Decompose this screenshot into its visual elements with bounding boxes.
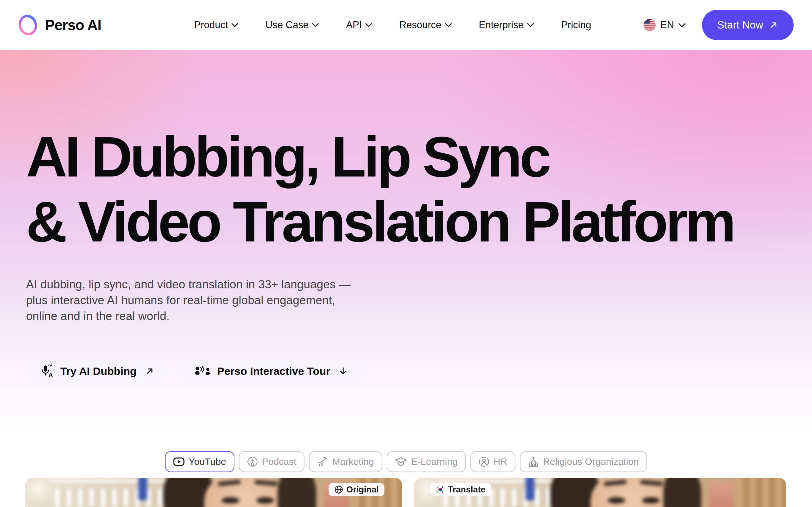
nav-item-product[interactable]: Product <box>194 19 238 31</box>
church-icon <box>528 456 539 467</box>
arrow-up-right-icon <box>769 20 778 30</box>
tab-label: YouTube <box>189 456 226 467</box>
globe-icon <box>334 485 343 494</box>
translate-badge-label: Translate <box>448 485 486 495</box>
start-now-label: Start Now <box>717 19 763 31</box>
tab-youtube[interactable]: YouTube <box>165 451 235 472</box>
header-right-controls: EN Start Now <box>643 10 794 40</box>
nav-label: Use Case <box>265 19 309 31</box>
brand-name: Perso AI <box>45 16 101 34</box>
language-selector[interactable]: EN <box>643 19 686 32</box>
perso-interactive-tour-label: Perso Interactive Tour <box>217 365 331 377</box>
tab-hr[interactable]: HR <box>470 451 515 472</box>
svg-text:A: A <box>49 372 53 378</box>
nav-label: Product <box>194 19 228 31</box>
chevron-down-icon <box>445 23 452 27</box>
use-case-tab-bar: YouTube Podcast Marketing E-Learning HR … <box>165 451 647 472</box>
main-menu: Product Use Case API Resource Enterprise… <box>194 19 591 31</box>
us-flag-icon <box>643 19 656 32</box>
nav-item-api[interactable]: API <box>346 19 372 31</box>
tab-podcast[interactable]: Podcast <box>239 451 305 472</box>
korea-flag-icon <box>436 485 445 494</box>
description-line: AI dubbing, lip sync, and video translat… <box>26 277 351 292</box>
original-badge-label: Original <box>346 485 379 495</box>
graduation-cap-icon <box>395 457 407 467</box>
description-line: online and in the real world. <box>26 308 351 324</box>
nav-label: Pricing <box>561 19 591 31</box>
language-code: EN <box>660 19 674 31</box>
nav-item-use-case[interactable]: Use Case <box>265 19 319 31</box>
tab-marketing[interactable]: Marketing <box>309 451 382 472</box>
top-navbar: Perso AI Product Use Case API Resource E… <box>0 0 812 50</box>
translate-badge: Translate <box>430 483 491 496</box>
original-badge: Original <box>328 483 385 496</box>
try-ai-dubbing-button[interactable]: A Try AI Dubbing <box>26 356 168 386</box>
nav-label: Enterprise <box>479 19 524 31</box>
interactive-people-icon <box>194 366 211 377</box>
perso-interactive-tour-button[interactable]: Perso Interactive Tour <box>181 356 362 386</box>
page-title: AI Dubbing, Lip Sync & Video Translation… <box>26 124 733 254</box>
try-ai-dubbing-label: Try AI Dubbing <box>60 365 137 377</box>
tab-label: Religious Organization <box>543 456 639 467</box>
chevron-down-icon <box>678 23 686 27</box>
description-line: plus interactive AI humans for real-time… <box>26 292 351 308</box>
tab-label: HR <box>494 456 507 467</box>
tab-label: Podcast <box>262 456 296 467</box>
video-thumbnail-translate[interactable]: Translate <box>414 478 786 507</box>
marketing-chart-icon <box>317 456 328 467</box>
arrow-up-right-icon <box>145 366 154 376</box>
tab-label: Marketing <box>332 456 374 467</box>
person-dashed-circle-icon <box>478 456 490 467</box>
tab-religious-organization[interactable]: Religious Organization <box>520 451 647 472</box>
chevron-down-icon <box>527 23 534 27</box>
tab-label: E-Learning <box>411 456 458 467</box>
chevron-down-icon <box>365 23 372 27</box>
title-line-1: AI Dubbing, Lip Sync <box>26 124 733 189</box>
nav-label: API <box>346 19 362 31</box>
arrow-down-icon <box>339 366 348 376</box>
chevron-down-icon <box>232 23 238 27</box>
hero-cta-row: A Try AI Dubbing Perso Interactive Tour <box>26 356 362 386</box>
mic-dubbing-icon: A <box>40 364 54 378</box>
video-thumbnail-original[interactable]: Original <box>26 478 402 507</box>
youtube-icon <box>173 457 185 466</box>
nav-item-pricing[interactable]: Pricing <box>561 19 591 31</box>
podcast-icon <box>247 456 258 467</box>
nav-item-resource[interactable]: Resource <box>399 19 452 31</box>
hero-description: AI dubbing, lip sync, and video translat… <box>26 277 351 324</box>
nav-label: Resource <box>399 19 442 31</box>
title-line-2: & Video Translation Platform <box>26 189 733 254</box>
nav-item-enterprise[interactable]: Enterprise <box>479 19 534 31</box>
start-now-button[interactable]: Start Now <box>702 10 794 40</box>
brand-logo[interactable]: Perso AI <box>17 14 101 36</box>
chevron-down-icon <box>312 23 319 27</box>
perso-ring-logo-icon <box>17 14 39 36</box>
tab-e-learning[interactable]: E-Learning <box>387 451 466 472</box>
